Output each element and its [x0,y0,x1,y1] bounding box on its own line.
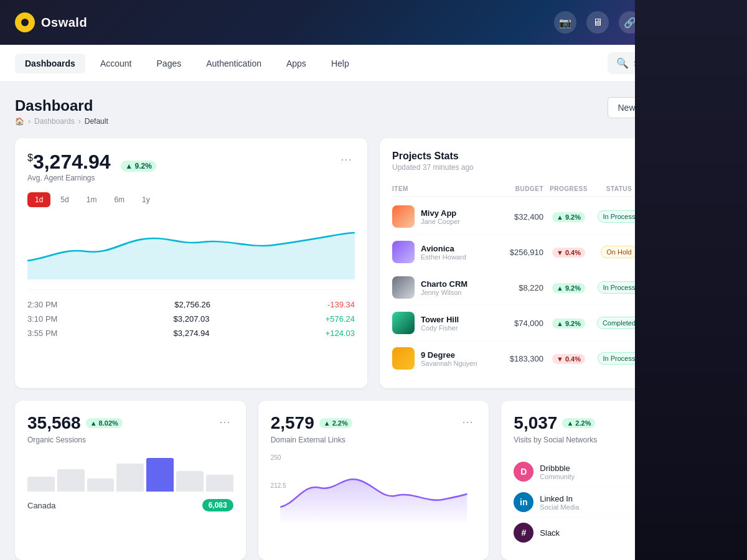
project-budget: $74,000 [493,319,543,328]
social-row-linkedin: in Linked In Social Media 1,088 ▼ 0.4% [514,487,720,518]
social-row-dribbble: D Dribbble Community 579 ▲ 2.6% [514,457,720,487]
earnings-badge: ▲ 9.2% [121,161,156,172]
time-filters: 1d 5d 1m 6m 1y [27,192,355,207]
home-icon: 🏠 [15,117,24,126]
project-person: Cody Fisher [421,324,459,332]
filter-6m[interactable]: 6m [106,192,132,207]
row-time: 2:30 PM [27,300,57,309]
col-progress: PROGRESS [543,185,594,192]
links-badge: ▲ 2.2% [319,418,352,428]
earnings-header: $3,274.94 ▲ 9.2% Avg. Agent Earnings ⋯ [27,151,355,190]
row-change: -139.34 [327,300,355,309]
project-chart [644,241,695,263]
table-row: Mivy App Jane Cooper $32,400 ▲ 9.2% In P… [392,199,720,235]
breadcrumb-dashboards[interactable]: Dashboards [34,117,75,126]
project-thumb [392,312,415,334]
links-label: Domain External Links [271,436,352,444]
project-progress: ▲ 9.2% [552,212,585,222]
links-card: 2,579 ▲ 2.2% Domain External Links ⋯ 250… [258,401,489,560]
col-budget: BUDGET [493,185,543,192]
project-view-btn[interactable]: → [695,314,712,332]
project-chart [644,277,695,298]
projects-header: Projects Stats Updated 37 minutes ago Hi… [392,151,720,172]
main-content: Dashboard 🏠 › Dashboards › Default New P… [0,82,747,560]
invite-button[interactable]: + Invite [684,12,732,32]
dribbble-type: Community [540,473,575,480]
table-header: ITEM BUDGET PROGRESS STATUS CHART VIEW [392,182,720,197]
row-amount: $3,207.03 [174,314,210,324]
filter-1d[interactable]: 1d [27,192,50,207]
col-view: VIEW [695,185,720,192]
earnings-card: $3,274.94 ▲ 9.2% Avg. Agent Earnings ⋯ 1… [15,138,367,388]
avatar[interactable]: JD [651,11,674,34]
earnings-label: Avg. Agent Earnings [27,174,156,182]
camera-icon[interactable]: 📷 [554,11,576,34]
nav-item-authentication[interactable]: Authentication [196,54,271,73]
table-row: Avionica Esther Howard $256,910 ▼ 0.4% O… [392,235,720,270]
sessions-menu[interactable]: ⋯ [216,413,233,431]
earnings-chart [27,217,355,279]
page-header: Dashboard 🏠 › Dashboards › Default New P… [15,97,732,126]
nav-item-account[interactable]: Account [90,54,142,73]
secondary-nav: Dashboards Account Pages Authentication … [0,45,747,82]
earnings-row-2: 3:10 PM $3,207.03 +576.24 [27,312,355,326]
row-amount: $2,756.26 [174,300,210,309]
row-time: 3:10 PM [27,314,57,324]
project-status: On Hold [601,246,637,258]
project-name: Charto CRM [421,279,467,289]
bottom-cards-grid: 35,568 ▲ 8.02% Organic Sessions ⋯ Canada [15,401,732,560]
country-label: Canada [27,501,56,510]
topbar-right: 📷 🖥 🔗 JD + Invite [554,11,732,34]
top-cards-grid: $3,274.94 ▲ 9.2% Avg. Agent Earnings ⋯ 1… [15,138,732,388]
nav-item-dashboards[interactable]: Dashboards [15,54,85,73]
filter-1y[interactable]: 1y [134,192,157,207]
share-icon[interactable]: 🔗 [619,11,641,34]
monitor-icon[interactable]: 🖥 [586,11,609,34]
project-item: Charto CRM Jenny Wilson [392,276,493,299]
search-icon: 🔍 [616,57,629,69]
project-thumb [392,347,415,370]
project-name: Tower Hill [421,315,459,324]
earnings-row-3: 3:55 PM $3,274.94 +124.03 [27,326,355,340]
nav-item-apps[interactable]: Apps [276,54,316,73]
social-menu[interactable]: ⋯ [702,413,720,431]
project-budget: $8,220 [493,283,543,292]
sessions-metric: 35,568 ▲ 8.02% [27,413,123,433]
dribbble-badge: ▲ 2.6% [689,467,720,477]
slack-count: 794 [670,528,684,538]
history-button[interactable]: History [680,151,720,167]
reports-button[interactable]: Reports [682,97,732,118]
filter-5d[interactable]: 5d [53,192,76,207]
linkedin-count: 1,088 [664,498,684,507]
project-person: Jane Cooper [421,218,460,225]
links-menu[interactable]: ⋯ [459,413,476,431]
project-chart [644,312,695,334]
linkedin-badge: ▼ 0.4% [689,498,720,507]
project-view-btn[interactable]: → [695,243,712,261]
project-item: Tower Hill Cody Fisher [392,312,493,334]
projects-card: Projects Stats Updated 37 minutes ago Hi… [380,138,732,388]
project-view-btn[interactable]: → [695,208,712,225]
breadcrumb-default: Default [85,117,108,126]
sessions-label: Organic Sessions [27,436,123,444]
search-box: 🔍 [608,52,732,74]
search-input[interactable] [634,58,723,68]
table-row: 9 Degree Savannah Nguyen $183,300 ▼ 0.4%… [392,341,720,376]
links-chart: 250 212.5 [271,454,477,516]
new-project-button[interactable]: New Project [608,97,675,118]
country-row: Canada 6,083 [27,499,233,511]
nav-item-help[interactable]: Help [321,54,359,73]
filter-1m[interactable]: 1m [79,192,105,207]
project-item: Avionica Esther Howard [392,241,493,263]
nav-item-pages[interactable]: Pages [147,54,192,73]
topbar: Oswald 📷 🖥 🔗 JD + Invite [0,0,747,45]
project-view-btn[interactable]: → [695,350,712,367]
project-thumb [392,205,415,228]
project-thumb [392,241,415,263]
linkedin-icon: in [514,492,533,512]
sessions-card: 35,568 ▲ 8.02% Organic Sessions ⋯ Canada [15,401,246,560]
earnings-menu[interactable]: ⋯ [337,151,355,168]
earnings-row-1: 2:30 PM $2,756.26 -139.34 [27,297,355,312]
page-actions: New Project Reports [608,97,733,118]
project-view-btn[interactable]: → [695,279,712,296]
